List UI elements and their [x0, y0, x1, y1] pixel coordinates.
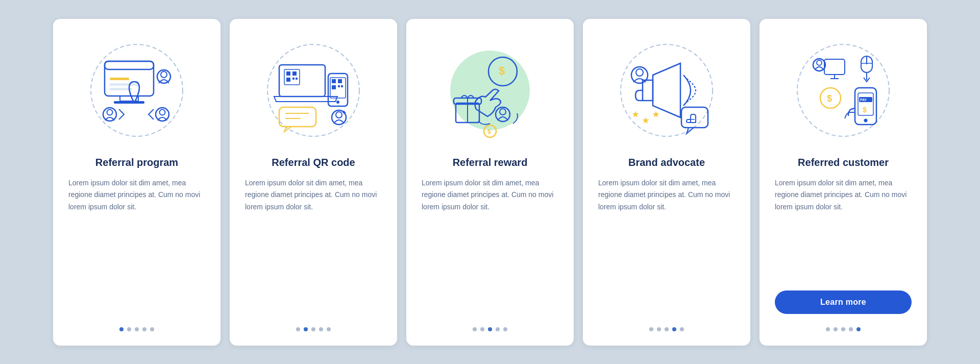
- dot: [841, 327, 845, 331]
- dot: [665, 327, 669, 331]
- referred-customer-icon: $ PAY $: [790, 37, 897, 144]
- svg-point-11: [107, 109, 113, 115]
- card-referral-qr-code: Referral QR code Lorem ipsum dolor sit d…: [230, 19, 397, 346]
- svg-rect-17: [286, 71, 290, 76]
- dot: [473, 327, 477, 331]
- dot-active: [672, 327, 676, 331]
- dot: [480, 327, 484, 331]
- card-title-4: Brand advocate: [628, 156, 705, 169]
- dot-active: [488, 327, 492, 331]
- dot: [127, 327, 131, 331]
- dot: [826, 327, 830, 331]
- brand-advocate-icon: ★ ★ ★: [613, 37, 720, 144]
- svg-point-48: [621, 44, 713, 136]
- dot: [319, 327, 323, 331]
- svg-rect-20: [292, 78, 295, 80]
- svg-text:★: ★: [652, 109, 660, 119]
- dots-row-2: [296, 327, 331, 331]
- svg-rect-30: [279, 107, 316, 127]
- svg-rect-5: [110, 78, 129, 80]
- card-referral-program: Referral program Lorem ipsum dolor sit d…: [53, 19, 220, 346]
- card-body-4: Lorem ipsum dolor sit dim amet, mea regi…: [598, 177, 735, 316]
- card-title-5: Referred customer: [798, 156, 889, 169]
- svg-text:$: $: [827, 93, 832, 104]
- dot-active: [304, 327, 308, 331]
- svg-point-34: [336, 112, 342, 118]
- svg-point-58: [817, 60, 822, 65]
- dots-row-1: [119, 327, 154, 331]
- dots-row-3: [473, 327, 507, 331]
- referral-qr-code-icon: [260, 37, 367, 144]
- card-title-1: Referral program: [95, 156, 178, 169]
- svg-point-37: [450, 51, 530, 130]
- referral-program-icon: [83, 37, 190, 144]
- svg-point-53: [636, 69, 643, 76]
- svg-rect-26: [338, 79, 342, 83]
- card-icon-area-4: ★ ★ ★: [610, 34, 723, 147]
- dot: [135, 327, 139, 331]
- dot: [311, 327, 315, 331]
- dot: [296, 327, 300, 331]
- dot-active: [119, 327, 124, 331]
- svg-rect-4: [114, 101, 144, 104]
- card-title-2: Referral QR code: [272, 156, 355, 169]
- svg-rect-28: [338, 85, 340, 87]
- card-icon-area-1: [81, 34, 193, 147]
- svg-text:PAY: PAY: [860, 98, 867, 102]
- dot: [496, 327, 500, 331]
- dot: [834, 327, 838, 331]
- svg-point-70: [864, 118, 868, 122]
- learn-more-button[interactable]: Learn more: [775, 290, 912, 314]
- svg-text:$: $: [487, 128, 491, 135]
- svg-rect-25: [332, 79, 336, 83]
- dot: [649, 327, 653, 331]
- dots-row-5: [826, 327, 861, 331]
- card-referral-reward: $ $: [406, 19, 574, 346]
- svg-rect-27: [332, 85, 336, 89]
- svg-rect-18: [292, 71, 297, 76]
- card-icon-area-3: $ $: [434, 34, 546, 147]
- card-icon-area-2: [257, 34, 370, 147]
- dot: [657, 327, 661, 331]
- svg-text:★: ★: [631, 109, 640, 119]
- svg-point-13: [160, 109, 165, 115]
- card-brand-advocate: ★ ★ ★ Brand advocate Lorem ipsum dolor s…: [583, 19, 750, 346]
- svg-rect-59: [824, 59, 845, 75]
- svg-text:★: ★: [642, 115, 650, 126]
- card-referred-customer: $ PAY $ Referred customer Lorem ipsum do…: [760, 19, 927, 346]
- svg-rect-6: [110, 83, 139, 86]
- dot: [503, 327, 507, 331]
- dot: [849, 327, 853, 331]
- svg-rect-21: [296, 78, 298, 80]
- svg-point-24: [336, 101, 339, 104]
- svg-text:$: $: [499, 64, 505, 77]
- svg-text:$: $: [863, 106, 867, 114]
- card-body-3: Lorem ipsum dolor sit dim amet, mea regi…: [422, 177, 558, 316]
- cards-container: Referral program Lorem ipsum dolor sit d…: [33, 4, 947, 361]
- dot-active: [856, 327, 861, 331]
- svg-rect-29: [341, 85, 343, 87]
- card-icon-area-5: $ PAY $: [787, 34, 899, 147]
- dot: [142, 327, 146, 331]
- card-title-3: Referral reward: [453, 156, 528, 169]
- dots-row-4: [649, 327, 684, 331]
- svg-point-9: [161, 71, 167, 78]
- dot: [327, 327, 331, 331]
- svg-rect-2: [105, 61, 154, 69]
- dot: [680, 327, 684, 331]
- card-body-5: Lorem ipsum dolor sit dim amet, mea regi…: [775, 177, 912, 285]
- dot: [150, 327, 154, 331]
- referral-reward-icon: $ $: [436, 37, 544, 144]
- card-body-2: Lorem ipsum dolor sit dim amet, mea regi…: [245, 177, 382, 316]
- card-body-1: Lorem ipsum dolor sit dim amet, mea regi…: [68, 177, 205, 316]
- svg-rect-19: [286, 78, 290, 82]
